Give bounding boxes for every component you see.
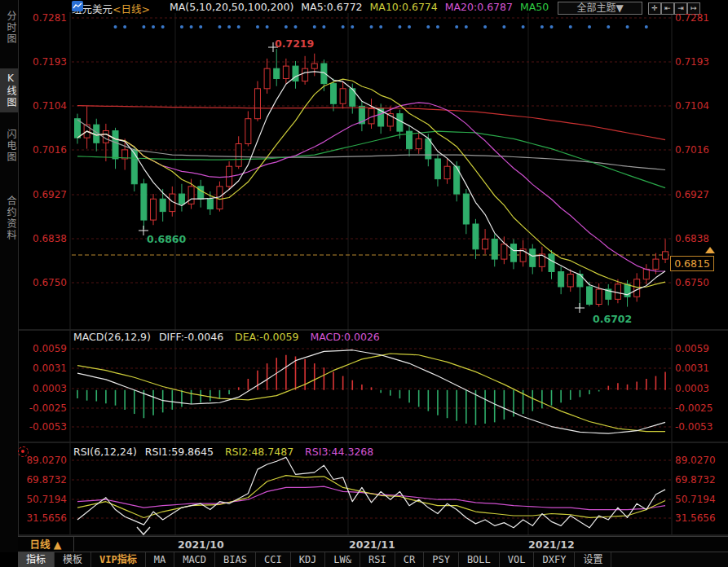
toolbar-item-ma[interactable]: MA	[146, 552, 174, 567]
y-axis-label-left: 0.7193	[20, 56, 67, 68]
time-axis-bar: 日线 ▲ 2021/102021/112021/12	[18, 536, 728, 552]
y-axis-label-right: 0.0059	[675, 343, 722, 354]
low-price-annotation-1: 0.6860	[147, 233, 186, 245]
toolbar-item-psy[interactable]: PSY	[424, 552, 459, 567]
macd-dea-value: DEA:-0.0059	[235, 331, 298, 343]
sidebar-tab-3[interactable]: 闪电图	[0, 121, 18, 171]
y-axis-label-left: 0.6838	[20, 233, 67, 244]
theme-select-button[interactable]: 全部主题▼	[558, 2, 642, 15]
ma-legend-2: MA10:0.6774	[370, 1, 438, 13]
rsi2-value: RSI2:48.7487	[225, 446, 293, 458]
y-axis-label-left: 0.7281	[20, 12, 67, 24]
rsi-title: RSI(6,12,24)	[73, 446, 137, 458]
toolbar-item-bias[interactable]: BIAS	[215, 552, 256, 567]
y-axis-label-left: 0.6750	[20, 277, 67, 288]
y-axis-label-right: 89.0270	[675, 455, 722, 466]
y-axis-label-left: 69.8732	[20, 474, 67, 486]
indicator-toolbar: 指标模板VIP指标MAMACDBIASCCIKDJLW&RSICRPSYBOLL…	[18, 552, 728, 567]
y-axis-label-right: 0.7281	[675, 12, 722, 24]
toolbar-item-cci[interactable]: CCI	[256, 552, 291, 567]
x-axis-month-label: 2021/10	[178, 537, 224, 552]
y-axis-label-right: 0.7193	[675, 56, 722, 68]
period-selector[interactable]: 日线 ▲	[18, 537, 74, 552]
y-axis-label-left: 0.0031	[20, 363, 67, 374]
chart-type-sidebar: 分时图K线图闪电图合约资料	[0, 0, 19, 552]
ma-legend-4: MA50	[520, 1, 549, 13]
macd-panel-header: MACD(26,12,9) DIFF:-0.0046 DEA:-0.0059 M…	[73, 331, 380, 343]
macd-macd-value: MACD:0.0026	[310, 331, 379, 343]
chart-canvas[interactable]	[0, 0, 728, 567]
rsi3-value: RSI3:44.3268	[305, 446, 373, 458]
sidebar-tab-2[interactable]: K线图	[0, 68, 18, 112]
y-axis-label-left: 31.5656	[20, 512, 67, 524]
toolbar-item-boll[interactable]: BOLL	[459, 552, 500, 567]
y-axis-label-left: 0.6927	[20, 189, 67, 200]
y-axis-label-right: 31.5656	[675, 512, 722, 524]
trading-app-window: 分时图K线图闪电图合约资料 纽元美元<日线>MA(5,10,20,50,100,…	[0, 0, 728, 567]
y-axis-label-right: -0.0053	[675, 421, 722, 433]
x-axis-month-label: 2021/12	[528, 537, 575, 552]
y-axis-label-left: -0.0025	[20, 402, 67, 414]
y-axis-label-right: 69.8732	[675, 474, 722, 486]
toolbar-item-kdj[interactable]: KDJ	[291, 552, 326, 567]
shift-left-icon[interactable]: ⇤	[661, 2, 674, 15]
y-axis-label-right: 0.7104	[675, 100, 722, 112]
y-axis-label-left: 0.0003	[20, 383, 67, 394]
mini-chart-icon[interactable]	[152, 1, 164, 11]
ma-values: MA5:0.6772MA10:0.6774MA20:0.6787MA50	[293, 1, 549, 13]
low-price-annotation-2: 0.6702	[593, 313, 632, 325]
y-axis-label-left: 0.7016	[20, 144, 67, 156]
ma-legend-1: MA5:0.6772	[301, 1, 362, 13]
x-axis-month-label: 2021/11	[349, 537, 395, 552]
price-up-arrow-icon	[705, 247, 715, 253]
sidebar-tab-1[interactable]: 分时图	[0, 3, 18, 52]
current-price-badge: 0.6815	[670, 256, 714, 271]
toolbar-item-指标[interactable]: 指标	[18, 552, 55, 567]
toolbar-item-设置[interactable]: 设置	[575, 552, 611, 567]
macd-title: MACD(26,12,9)	[73, 331, 151, 343]
sidebar-tab-4[interactable]: 合约资料	[0, 182, 18, 254]
y-axis-label-left: 50.7194	[20, 494, 67, 505]
y-axis-label-left: 0.0059	[20, 343, 67, 354]
toolbar-item-rsi[interactable]: RSI	[360, 552, 395, 567]
y-axis-label-left: 0.7104	[20, 100, 67, 112]
move-icon[interactable]: ✛	[648, 2, 661, 15]
toolbar-item-dxfy[interactable]: DXFY	[534, 552, 575, 567]
y-axis-label-right: -0.0025	[675, 402, 722, 414]
ma-group-label: MA(5,10,20,50,100,200)	[170, 1, 293, 13]
rsi-panel-header: RSI(6,12,24) RSI1:59.8645 RSI2:48.7487 R…	[73, 446, 373, 458]
y-axis-label-right: 0.0003	[675, 383, 722, 394]
y-axis-label-right: 0.0031	[675, 363, 722, 374]
toolbar-item-cr[interactable]: CR	[395, 552, 424, 567]
toolbar-item-vip指标[interactable]: VIP指标	[91, 552, 146, 567]
y-axis-label-right: 0.6838	[675, 233, 722, 244]
rsi1-value: RSI1:59.8645	[145, 446, 214, 458]
y-axis-label-left: 89.0270	[20, 455, 67, 466]
toolbar-item-macd[interactable]: MACD	[174, 552, 215, 567]
ma-legend-3: MA20:0.6787	[445, 1, 513, 13]
y-axis-label-left: -0.0053	[20, 421, 67, 433]
toolbar-item-vol[interactable]: VOL	[500, 552, 535, 567]
chart-header: 纽元美元<日线>MA(5,10,20,50,100,200)MA5:0.6772…	[72, 1, 549, 14]
macd-diff-value: DIFF:-0.0046	[159, 331, 223, 343]
y-axis-label-right: 0.6750	[675, 277, 722, 288]
toolbar-item-lw[interactable]: LW&	[325, 552, 360, 567]
toolbar-item-模板[interactable]: 模板	[55, 552, 91, 567]
high-price-annotation: 0.7219	[275, 37, 314, 50]
period-tag: <日线>	[113, 3, 150, 15]
y-axis-label-right: 0.7016	[675, 144, 722, 156]
y-axis-label-right: 50.7194	[675, 494, 722, 505]
y-axis-label-right: 0.6927	[675, 189, 722, 200]
